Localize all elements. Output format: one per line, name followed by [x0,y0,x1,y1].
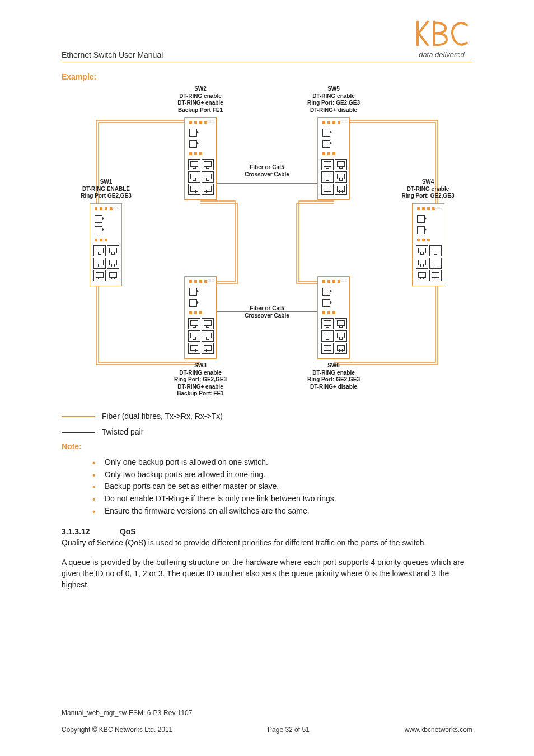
footer-page-number: Page 32 of 51 [268,726,310,734]
label-sw4: SW4 DT-RING enable Ring Port: GE2,GE3 [385,179,471,200]
device-sw6: KBC [317,276,350,359]
label-sw2: SW2 DT-RING enable DT-RING+ enable Backu… [172,86,228,114]
footer-filename: Manual_web_mgt_sw-ESML6-P3-Rev 1107 [62,709,472,717]
note-item: Only two backup ports are allowed in one… [92,469,472,481]
diagram-wires [63,86,471,405]
note-heading: Note: [62,442,472,451]
note-item: Backup ports can be set as either master… [92,480,472,493]
legend-fiber: Fiber (dual fibres, Tx->Rx, Rx->Tx) [62,412,472,421]
footer-url: www.kbcnetworks.com [405,726,472,734]
section-heading: 3.1.3.12 QoS [62,527,472,536]
label-sw1: SW1 DT-RING ENABLE Ring Port GE2,GE3 [63,179,149,200]
label-sw5: SW5 DT-RING enable Ring Port: GE2,GE3 DT… [306,86,362,114]
network-diagram: KBC KBC KBC KBC KBC [63,86,471,405]
device-sw4: KBC [412,203,444,286]
device-sw2: KBC [184,117,217,200]
section-title: QoS [120,527,136,536]
label-sw3: SW3 DT-RING enable Ring Port: GE2,GE3 DT… [172,362,228,398]
page: data delivered Ethernet Switch User Manu… [0,0,534,756]
example-heading: Example: [62,72,472,81]
label-cable-top: Fiber or Cat5 Crossover Cable [239,164,295,178]
label-cable-bottom: Fiber or Cat5 Crossover Cable [239,305,295,319]
legend-twisted: Twisted pair [62,427,472,436]
footer-copyright: Copyright © KBC Networks Ltd. 2011 [62,726,172,734]
note-item: Do not enable DT-Ring+ if there is only … [92,493,472,505]
brand-tagline: data delivered [411,50,472,59]
header-divider [62,62,472,62]
note-item: Only one backup port is allowed on one s… [92,456,472,469]
label-sw6: SW6 DT-RING enable Ring Port: GE2,GE3 DT… [306,362,362,390]
page-footer: Manual_web_mgt_sw-ESML6-P3-Rev 1107 Copy… [62,709,472,734]
legend-fiber-swatch [62,416,95,417]
section-number: 3.1.3.12 [62,527,118,536]
device-sw3: KBC [184,276,217,359]
section-paragraph: A queue is provided by the buffering str… [62,557,472,591]
brand-logo-area: data delivered [411,17,472,59]
legend-twisted-text: Twisted pair [102,427,144,436]
section-paragraph: Quality of Service (QoS) is used to prov… [62,537,472,548]
note-item: Ensure the firmware versions on all swit… [92,505,472,517]
legend-twisted-swatch [62,432,95,433]
legend-fiber-text: Fiber (dual fibres, Tx->Rx, Rx->Tx) [102,412,223,421]
notes-list: Only one backup port is allowed on one s… [92,456,472,517]
device-sw1: KBC [90,203,122,286]
kbc-logo-icon [411,17,472,50]
device-sw5: KBC [317,117,350,200]
